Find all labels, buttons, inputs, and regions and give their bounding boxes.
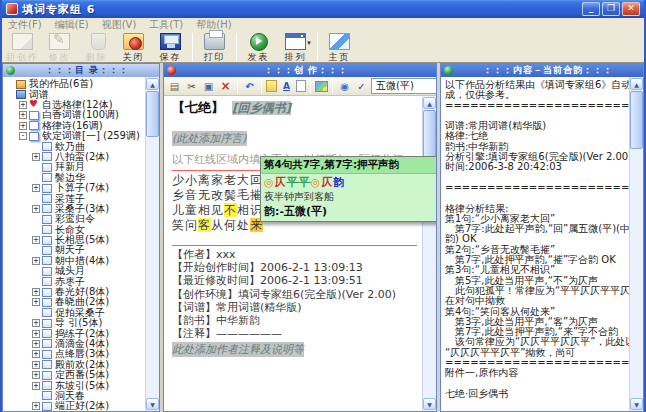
- expand-toggle-icon[interactable]: +: [32, 288, 40, 296]
- tree-node-icon: [42, 225, 52, 234]
- expand-toggle-icon[interactable]: +: [32, 153, 40, 161]
- scroll-up-icon[interactable]: ▲: [423, 97, 436, 109]
- menu-item[interactable]: 文件(F): [8, 18, 42, 32]
- expand-toggle-icon[interactable]: +: [32, 205, 40, 213]
- metadata-line[interactable]: 【词谱】常用词谱(精华版): [172, 301, 417, 314]
- menu-item[interactable]: 视图(V): [102, 18, 137, 32]
- expand-toggle-icon[interactable]: +: [32, 184, 40, 192]
- metadata-value: 常用词谱(精华版): [216, 301, 302, 314]
- new-button[interactable]: ▼ 新创作: [4, 32, 41, 64]
- metadata-line[interactable]: 【注释】——————: [172, 327, 417, 340]
- publish-button[interactable]: ▼ 发表: [240, 32, 277, 64]
- home-button[interactable]: ▼ 主页: [321, 32, 358, 64]
- undo-icon[interactable]: [242, 79, 257, 93]
- expand-toggle-icon[interactable]: +: [32, 236, 40, 244]
- catalog-tree[interactable]: 我的作品(6首) 词谱 + 自选格律(12体) + 白香词谱(: [4, 78, 145, 411]
- expand-toggle-icon[interactable]: +: [19, 101, 27, 109]
- composer-panel-title: ：：：创 作：：：: [179, 64, 433, 77]
- expand-toggle-icon[interactable]: +: [32, 382, 40, 390]
- metadata-value: 2006-2-1 13:09:51: [260, 274, 363, 287]
- tree-item[interactable]: 我的作品(6首): [4, 79, 145, 89]
- poem-metadata[interactable]: 【作者】xxx 【开始创作时间】2006-2-1 13:09:13 【最近修改时…: [172, 248, 417, 340]
- expand-toggle-icon[interactable]: +: [32, 319, 40, 327]
- tree-node-icon: [16, 80, 26, 89]
- expand-toggle-icon[interactable]: +: [32, 361, 40, 369]
- poem-title-line[interactable]: 【七绝】[回乡偶书]: [172, 99, 417, 117]
- expand-toggle-icon[interactable]: +: [32, 350, 40, 358]
- minimize-button[interactable]: _: [582, 2, 600, 16]
- metadata-line[interactable]: 【作者】xxx: [172, 248, 417, 261]
- preview-icon[interactable]: [337, 79, 352, 93]
- note-placeholder[interactable]: 此处添加作者注释及说明等: [172, 342, 304, 357]
- toolbar-separator: [261, 79, 262, 93]
- analysis-line: 以下作品分析结果由《填词专家组6》自动生: [445, 80, 629, 90]
- menu-item[interactable]: 编辑(E): [55, 18, 89, 32]
- analysis-scrollbar[interactable]: ▲ ▼: [629, 77, 643, 411]
- analysis-line: ================================: [445, 101, 629, 111]
- arrange-button[interactable]: ▼ 排列: [277, 32, 314, 64]
- title-placeholder[interactable]: [回乡偶书]: [232, 101, 291, 115]
- catalog-scrollbar[interactable]: ▲ ▼: [145, 77, 159, 411]
- metadata-line[interactable]: 【创作环境】填词专家组6(完全版)(Ver 2.00): [172, 288, 417, 301]
- scroll-up-icon[interactable]: ▲: [630, 78, 643, 90]
- tree-node-icon: [42, 163, 52, 172]
- analysis-line: 第7字:此处起平声韵,“回”属五微(平)(中华新: [445, 224, 629, 234]
- tree-node-icon: [42, 371, 52, 380]
- scrollbar-thumb[interactable]: [630, 91, 643, 149]
- delete-icon[interactable]: [218, 79, 233, 93]
- metadata-line[interactable]: 【最近修改时间】2006-2-1 13:09:51: [172, 274, 417, 287]
- expand-toggle-icon[interactable]: +: [32, 257, 40, 265]
- analysis-line: 附件一,原作内容: [445, 368, 629, 378]
- picture-icon[interactable]: [315, 81, 328, 92]
- analysis-content[interactable]: 以下作品分析结果由《填词专家组6》自动生成，仅供参考。=============…: [442, 78, 629, 410]
- editor-scrollbar[interactable]: ▲ ▼: [422, 96, 436, 411]
- restore-button[interactable]: ❐: [602, 2, 620, 16]
- composer-panel-header[interactable]: ：：：创 作：：：: [164, 64, 436, 77]
- metadata-key: 【开始创作时间】: [172, 261, 260, 274]
- expand-toggle-icon[interactable]: +: [19, 122, 27, 130]
- metadata-line[interactable]: 【韵书】中华新韵: [172, 314, 417, 327]
- trash-icon: ▼: [91, 33, 106, 50]
- metadata-value: 2006-2-1 13:09:13: [260, 261, 363, 274]
- scroll-down-icon[interactable]: ▼: [423, 398, 436, 410]
- expand-toggle-icon[interactable]: +: [32, 371, 40, 379]
- blank-page-icon[interactable]: [296, 80, 306, 92]
- expand-toggle-icon[interactable]: +: [32, 298, 40, 306]
- expand-toggle-icon[interactable]: +: [32, 340, 40, 348]
- scroll-up-icon[interactable]: ▲: [146, 78, 159, 90]
- analysis-panel-header[interactable]: ：：：内容－当前合韵：：：: [441, 64, 643, 77]
- tree-node-icon: [42, 298, 52, 307]
- check-rhyme-icon[interactable]: [354, 79, 369, 93]
- expand-toggle-icon[interactable]: +: [32, 330, 40, 338]
- delete-button[interactable]: ▼ 删除: [78, 32, 115, 64]
- cut-icon[interactable]: [184, 79, 199, 93]
- scrollbar-thumb[interactable]: [146, 91, 159, 137]
- expand-toggle-icon[interactable]: +: [32, 402, 40, 410]
- scroll-down-icon[interactable]: ▼: [146, 398, 159, 410]
- paste-icon[interactable]: [167, 79, 182, 93]
- scroll-down-icon[interactable]: ▼: [630, 398, 643, 410]
- metadata-key: 【韵书】: [172, 314, 216, 327]
- rhyme-select[interactable]: 五微(平) ▼: [371, 78, 437, 94]
- title-bar[interactable]: 填词专家组 6 _ ❐ ✕: [2, 0, 644, 18]
- catalog-panel-header[interactable]: ：：：目 录：：：: [3, 64, 159, 77]
- note-icon[interactable]: [266, 80, 277, 92]
- print-button[interactable]: ▼ 打印: [196, 32, 233, 64]
- tree-node-icon: [42, 204, 52, 213]
- pattern-char: 韵: [333, 176, 345, 189]
- tooltip-example: 夜半钟声到客船: [261, 190, 436, 204]
- copy-icon[interactable]: [201, 79, 216, 93]
- modify-button[interactable]: ▼ 修改: [41, 32, 78, 64]
- expand-toggle-icon[interactable]: +: [19, 111, 27, 119]
- close-button[interactable]: ✕: [622, 2, 640, 16]
- expand-toggle-icon[interactable]: -: [19, 132, 27, 140]
- save-button[interactable]: ▼ 保存: [152, 32, 189, 64]
- metadata-line[interactable]: 【开始创作时间】2006-2-1 13:09:13: [172, 261, 417, 274]
- metadata-value: 中华新韵: [216, 314, 260, 327]
- menu-item[interactable]: 工具(T): [149, 18, 183, 32]
- close-button[interactable]: ▼ 关闭: [115, 32, 152, 64]
- verify-text-icon[interactable]: [279, 79, 294, 93]
- analysis-panel: ：：：内容－当前合韵：：： 以下作品分析结果由《填词专家组6》自动生成，仅供参考…: [440, 63, 644, 412]
- preface-placeholder[interactable]: (此处添加序言): [172, 131, 247, 146]
- editor-content[interactable]: 【七绝】[回乡偶书] (此处添加序言) 以下红线区域内填入正文，以行断句，隔行分…: [165, 96, 421, 410]
